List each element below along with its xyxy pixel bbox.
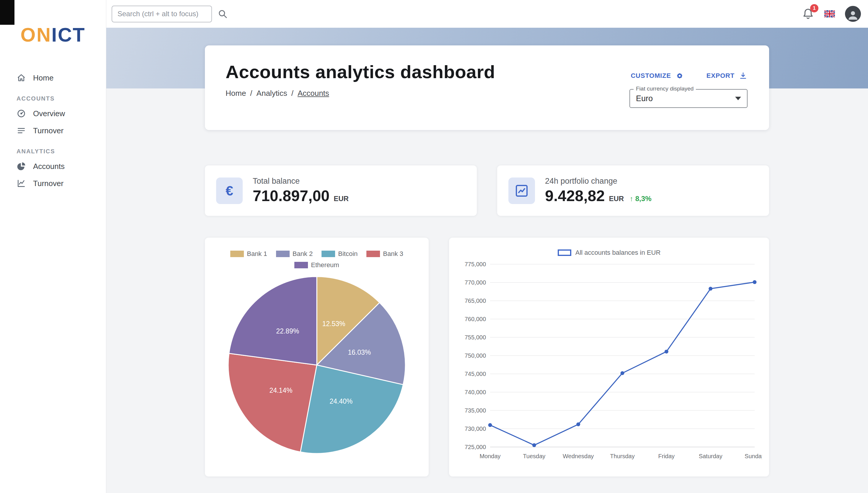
balances-line-chart: 725,000730,000735,000740,000745,000750,0…: [456, 259, 762, 464]
total-balance-card: € Total balance 710.897,00 EUR: [205, 166, 477, 216]
brand-logo-part1: ON: [20, 24, 52, 46]
trend-chart-icon: [508, 177, 535, 204]
page-header-card: Accounts analytics dashboard Home / Anal…: [205, 45, 769, 130]
stat-change-value: 8,3%: [635, 195, 651, 202]
pie-legend: Bank 1Bank 2BitcoinBank 3Ethereum: [219, 250, 414, 269]
language-flag-icon[interactable]: [824, 10, 835, 17]
svg-text:Sunday: Sunday: [745, 453, 762, 459]
sidebar-nav: Home ACCOUNTS Overview Turnover ANALYTIC…: [0, 69, 106, 192]
sidebar-item-label: Home: [33, 73, 54, 83]
svg-text:22.89%: 22.89%: [276, 327, 299, 335]
sidebar-section-analytics: ANALYTICS: [17, 148, 106, 155]
charts-row: Bank 1Bank 2BitcoinBank 3Ethereum 12.53%…: [205, 238, 769, 476]
svg-text:Friday: Friday: [659, 453, 675, 459]
stat-currency: EUR: [334, 195, 349, 203]
sidebar-item-label: Turnover: [33, 179, 63, 188]
content: Accounts analytics dashboard Home / Anal…: [106, 28, 868, 493]
sidebar-item-turnover-analytics[interactable]: Turnover: [0, 175, 106, 192]
svg-text:745,000: 745,000: [465, 371, 486, 377]
line-legend-swatch: [558, 250, 571, 256]
svg-text:24.14%: 24.14%: [269, 387, 292, 394]
legend-label: Bank 1: [247, 250, 267, 258]
stat-change: ↑ 8,3%: [630, 195, 651, 203]
home-icon: [17, 73, 26, 83]
corner-accent: [0, 0, 15, 25]
trend-up-icon: ↑: [630, 195, 633, 202]
svg-text:24.40%: 24.40%: [329, 398, 352, 405]
brand-logo[interactable]: ONICT: [0, 0, 106, 69]
line-chart-icon: [17, 179, 26, 188]
svg-text:755,000: 755,000: [465, 334, 486, 341]
euro-icon: €: [216, 177, 243, 204]
topbar-actions: 1: [802, 6, 861, 22]
svg-text:Saturday: Saturday: [699, 453, 723, 459]
brand-logo-part2: ICT: [52, 24, 85, 46]
customize-button[interactable]: CUSTOMIZE: [631, 71, 684, 80]
sidebar-item-turnover-accounts[interactable]: Turnover: [0, 122, 106, 139]
breadcrumb-analytics[interactable]: Analytics: [257, 89, 287, 98]
stat-label: 24h portfolio change: [545, 177, 651, 186]
download-icon: [739, 71, 748, 80]
stat-value: 9.428,82: [545, 187, 605, 205]
legend-label: Bitcoin: [338, 250, 358, 258]
legend-item[interactable]: Bank 3: [366, 250, 403, 258]
header-buttons-row: CUSTOMIZE EXPORT: [631, 71, 748, 80]
svg-text:735,000: 735,000: [465, 407, 486, 414]
svg-text:Thursday: Thursday: [610, 453, 634, 459]
stat-label: Total balance: [253, 177, 349, 186]
legend-item[interactable]: Bitcoin: [322, 250, 358, 258]
sidebar-item-accounts-analytics[interactable]: Accounts: [0, 158, 106, 175]
legend-label: Ethereum: [311, 261, 339, 269]
sidebar-item-label: Turnover: [33, 126, 63, 135]
user-avatar[interactable]: [845, 6, 861, 22]
breadcrumb-home[interactable]: Home: [226, 89, 246, 98]
currency-select-value: Euro: [636, 94, 653, 103]
line-legend-label: All accounts balances in EUR: [576, 249, 661, 257]
list-icon: [17, 126, 26, 135]
legend-item[interactable]: Bank 1: [230, 250, 267, 258]
search-icon[interactable]: [217, 8, 228, 19]
portfolio-change-text: 24h portfolio change 9.428,82 EUR ↑ 8,3%: [545, 177, 651, 205]
svg-text:12.53%: 12.53%: [322, 320, 345, 327]
pie-chart-icon: [17, 162, 26, 171]
stats-row: € Total balance 710.897,00 EUR: [205, 166, 769, 216]
legend-label: Bank 2: [292, 250, 313, 258]
fiat-currency-select[interactable]: Fiat currency displayed Euro: [629, 89, 748, 108]
sidebar-item-overview[interactable]: Overview: [0, 105, 106, 122]
svg-text:775,000: 775,000: [465, 261, 486, 267]
gauge-icon: [17, 109, 26, 118]
legend-item[interactable]: Bank 2: [276, 250, 313, 258]
svg-text:725,000: 725,000: [465, 444, 486, 450]
page-container: Accounts analytics dashboard Home / Anal…: [106, 28, 868, 476]
svg-text:Wednesday: Wednesday: [563, 453, 594, 459]
legend-swatch: [366, 251, 380, 257]
svg-text:16.03%: 16.03%: [348, 348, 371, 356]
sidebar-item-home[interactable]: Home: [0, 69, 106, 86]
accounts-pie-chart: 12.53%16.03%24.40%24.14%22.89%: [225, 274, 408, 458]
export-label: EXPORT: [707, 72, 734, 80]
search-input[interactable]: [112, 6, 212, 22]
breadcrumb-accounts[interactable]: Accounts: [298, 89, 329, 98]
line-chart-card: All accounts balances in EUR 725,000730,…: [449, 238, 769, 476]
svg-text:750,000: 750,000: [465, 352, 486, 359]
notifications-button[interactable]: 1: [802, 8, 814, 20]
portfolio-change-card: 24h portfolio change 9.428,82 EUR ↑ 8,3%: [497, 166, 769, 216]
pie-chart-card: Bank 1Bank 2BitcoinBank 3Ethereum 12.53%…: [205, 238, 429, 476]
legend-item[interactable]: Ethereum: [294, 261, 339, 269]
total-balance-text: Total balance 710.897,00 EUR: [253, 177, 349, 205]
topbar: 1: [106, 0, 868, 28]
stat-value: 710.897,00: [253, 187, 329, 205]
svg-text:760,000: 760,000: [465, 316, 486, 322]
notification-badge: 1: [810, 4, 819, 13]
header-actions: CUSTOMIZE EXPORT: [629, 71, 748, 108]
svg-text:740,000: 740,000: [465, 389, 486, 395]
svg-text:Monday: Monday: [480, 453, 500, 459]
gear-icon: [675, 71, 684, 80]
breadcrumb-separator: /: [250, 89, 252, 98]
app-root: ONICT Home ACCOUNTS Overview Turnover: [0, 0, 868, 493]
line-legend[interactable]: All accounts balances in EUR: [558, 249, 661, 257]
legend-swatch: [322, 251, 335, 257]
svg-text:765,000: 765,000: [465, 298, 486, 304]
legend-swatch: [294, 262, 308, 268]
export-button[interactable]: EXPORT: [707, 71, 748, 80]
